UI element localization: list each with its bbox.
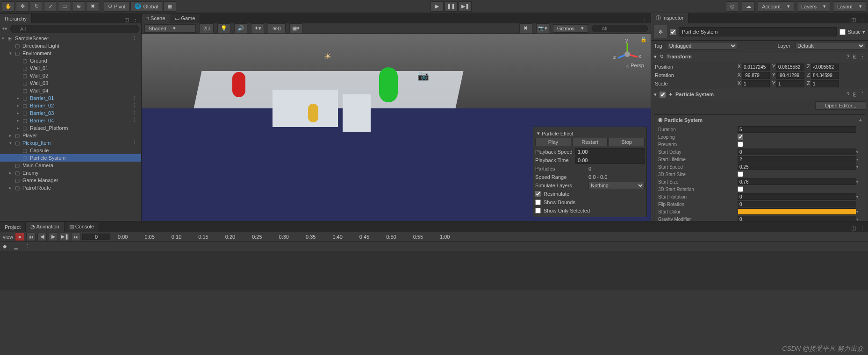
animation-track-area[interactable] (0, 251, 868, 290)
popout-icon[interactable]: ◫ (851, 17, 858, 23)
plus-icon[interactable]: +▾ (2, 26, 8, 32)
prop-more-icon[interactable]: ▾ (856, 157, 861, 162)
tree-row[interactable]: ▾▢Pickup_Item〉 (0, 139, 141, 147)
tab-game[interactable]: ▭ Game (170, 13, 200, 23)
chevron-right-icon[interactable]: 〉 (133, 35, 139, 43)
prop-more-icon[interactable]: ▾ (856, 217, 861, 221)
2d-toggle[interactable]: 2D (200, 23, 214, 34)
light-toggle[interactable]: 💡 (217, 23, 230, 34)
hidden-toggle[interactable]: 👁0 (268, 23, 286, 34)
open-editor-button[interactable]: Open Editor... (815, 101, 866, 110)
ps-prop-input[interactable] (738, 149, 856, 155)
frame-input[interactable] (82, 234, 110, 240)
show-bounds-checkbox[interactable] (535, 199, 541, 205)
add-module-icon[interactable]: + (859, 117, 862, 123)
grid-toggle[interactable]: ▦▾ (289, 23, 302, 34)
rot-z-input[interactable] (811, 72, 839, 79)
chevron-right-icon[interactable]: 〉 (133, 139, 139, 147)
popout-icon[interactable]: ◫ (124, 17, 131, 23)
tree-row[interactable]: ▢Wall_04 (0, 87, 141, 94)
resimulate-checkbox[interactable] (535, 191, 541, 197)
lock-icon[interactable]: 🔒 (640, 36, 647, 43)
simulate-layers-select[interactable]: Nothing (588, 182, 645, 189)
ps-prop-input[interactable] (738, 201, 856, 207)
custom-tool[interactable]: ✖ (86, 1, 99, 12)
snap-toggle[interactable]: ▦ (163, 1, 176, 12)
tree-row[interactable]: ▢Game Manager (0, 177, 141, 184)
prev-frame-button[interactable]: ◀ (37, 233, 47, 241)
tree-row[interactable]: ▸▢Raised_Platform (0, 124, 141, 132)
last-frame-button[interactable]: ⏭ (71, 233, 80, 241)
caret-icon[interactable]: ▸ (17, 118, 22, 123)
tree-row[interactable]: ▸▢Patrol Route (0, 184, 141, 192)
caret-icon[interactable]: ▸ (9, 185, 15, 190)
caret-icon[interactable]: ▾ (9, 51, 15, 56)
menu-icon[interactable]: ⋮ (860, 225, 866, 232)
menu-icon[interactable]: ⋮ (642, 17, 649, 23)
preset-icon[interactable]: ⎘ (853, 54, 856, 60)
help-icon[interactable]: ? (846, 54, 849, 60)
prop-more-icon[interactable]: ▾ (856, 210, 861, 214)
pause-button[interactable]: ❚❚ (445, 1, 458, 12)
ps-enabled-checkbox[interactable] (660, 92, 666, 98)
color-swatch[interactable] (738, 208, 856, 215)
help-icon[interactable]: ? (846, 92, 849, 98)
scale-tool[interactable]: ⤢ (44, 1, 57, 12)
next-frame-button[interactable]: ▶❚ (60, 233, 69, 241)
playback-speed-input[interactable] (575, 148, 645, 156)
tree-row[interactable]: ▸▢Player (0, 132, 141, 139)
pos-y-input[interactable] (776, 64, 804, 71)
ps-prop-input[interactable] (738, 126, 856, 133)
layout-dropdown[interactable]: Layout▾ (833, 1, 866, 12)
caret-icon[interactable]: ▸ (17, 96, 22, 100)
tab-console[interactable]: ▤ Console (65, 221, 99, 232)
tree-row[interactable]: ▢Ground (0, 57, 141, 64)
rect-tool[interactable]: ▭ (58, 1, 71, 12)
tree-row[interactable]: ▢Wall_01 (0, 64, 141, 72)
hierarchy-tree[interactable]: ▾⊞SampleScene*〉▢Directional Light▾▢Envir… (0, 35, 141, 221)
ps-prop-checkbox[interactable] (738, 142, 743, 147)
curves-toggle[interactable]: ▁ (14, 243, 23, 249)
timeline-ruler[interactable]: 0:000:050:100:150:200:250:300:350:400:45… (112, 234, 865, 240)
tab-scene[interactable]: ⌗ Scene (142, 13, 170, 23)
prop-more-icon[interactable]: ▾ (856, 195, 861, 199)
persp-label[interactable]: ◁ Persp (626, 63, 644, 68)
move-tool[interactable]: ✥ (16, 1, 29, 12)
chevron-down-icon[interactable]: ▾ (654, 54, 657, 60)
camera-icon[interactable]: 📷▾ (536, 23, 549, 34)
rotate-tool[interactable]: ↻ (30, 1, 43, 12)
filter-toggle[interactable]: ⋮ (25, 243, 35, 249)
popout-icon[interactable]: ◫ (851, 225, 858, 232)
tree-row[interactable]: ▢Wall_03 (0, 79, 141, 87)
chevron-down-icon[interactable]: ▾ (537, 130, 540, 136)
caret-icon[interactable]: ▾ (2, 36, 7, 41)
rot-x-input[interactable] (742, 72, 770, 79)
tools-icon[interactable]: ✖ (519, 23, 532, 34)
scene-search-input[interactable] (592, 25, 648, 32)
tab-hierarchy[interactable]: Hierarchy (0, 14, 32, 23)
shaded-dropdown[interactable]: Shaded▾ (144, 24, 196, 33)
caret-icon[interactable]: ▸ (9, 170, 15, 175)
account-dropdown[interactable]: Account▾ (758, 1, 794, 12)
menu-icon[interactable]: ⋮ (860, 17, 866, 23)
tree-row[interactable]: ▢Directional Light (0, 42, 141, 50)
caret-icon[interactable]: ▸ (17, 111, 22, 115)
pivot-toggle[interactable]: ⊙ Pivot (104, 1, 129, 12)
caret-icon[interactable]: ▸ (17, 126, 22, 130)
ps-prop-input[interactable] (738, 156, 856, 163)
preset-icon[interactable]: ⎘ (853, 92, 856, 98)
tree-row[interactable]: ▢Main Camera (0, 162, 141, 169)
tab-project[interactable]: Project (0, 222, 26, 232)
dopesheet-toggle[interactable]: ◆ (3, 243, 12, 249)
playback-time-input[interactable] (575, 156, 645, 164)
stop-button[interactable]: Stop (609, 138, 645, 146)
scene-viewport[interactable]: ☀ 📷 y x z 🔒 ◁ Persp ▾Particle Effect Pla… (142, 34, 651, 221)
tab-inspector[interactable]: ⓘ Inspector (651, 13, 689, 23)
audio-toggle[interactable]: 🔊 (234, 23, 247, 34)
tree-row[interactable]: ▸▢Barrier_04〉 (0, 117, 141, 124)
gameobject-icon[interactable]: ❇ (654, 25, 667, 38)
chevron-down-icon[interactable]: ▾ (654, 92, 657, 98)
caret-icon[interactable]: ▸ (9, 133, 15, 138)
play-button[interactable]: ▶ (430, 1, 444, 12)
tree-row[interactable]: ▸▢Barrier_03〉 (0, 109, 141, 117)
